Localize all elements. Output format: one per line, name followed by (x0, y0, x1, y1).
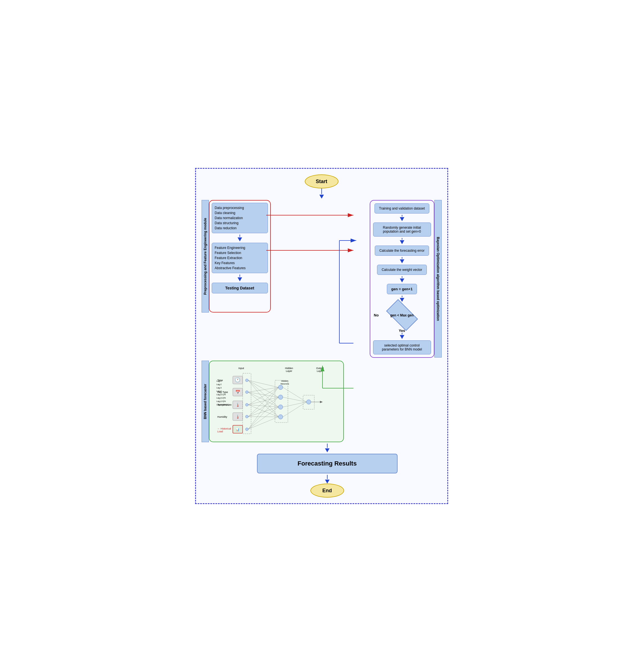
svg-marker-77 (320, 401, 323, 403)
bayesian-boxes: Training and validation dataset Randomly… (370, 200, 434, 358)
svg-text:Input: Input (238, 367, 244, 370)
bnn-section: BNN based forecaster Input Hidden Layer … (202, 361, 442, 442)
svg-text:Load: Load (217, 430, 223, 433)
svg-line-60 (248, 387, 278, 405)
svg-text:← Historical: ← Historical (217, 427, 231, 430)
bayesian-label: Bayesian Optimization algorithm based op… (434, 200, 442, 358)
svg-text:Lag-2: Lag-2 (217, 383, 221, 386)
svg-text:Hidden: Hidden (285, 367, 293, 370)
start-section: Start (202, 175, 442, 199)
bayesian-section: Training and validation dataset Randomly… (370, 200, 442, 358)
svg-text:Lag-(t-2)%: Lag-(t-2)% (217, 397, 226, 399)
svg-line-61 (248, 397, 278, 405)
data-preprocessing-box: Data preprocessingData cleaningData norm… (212, 203, 268, 233)
end-section: End (213, 483, 442, 497)
svg-text:Lag-(t-3)%: Lag-(t-3)% (217, 400, 226, 403)
svg-point-49 (278, 405, 283, 409)
testing-dataset-box: Testing Dataset (212, 283, 268, 293)
svg-line-62 (248, 405, 278, 407)
svg-text:Hidden: Hidden (281, 380, 288, 382)
svg-point-44 (245, 403, 248, 406)
svg-text:🕐: 🕐 (235, 377, 240, 383)
arrow-results-to-end (213, 475, 442, 483)
start-node: Start (305, 175, 339, 189)
forecasting-error-box: Calculate the forecasting error (375, 245, 429, 256)
svg-text:Lag-4: Lag-4 (217, 390, 221, 392)
svg-text:Layer: Layer (317, 370, 323, 372)
preprocessing-label: Preprocessing and Feature Engineering mo… (202, 200, 209, 312)
svg-point-45 (245, 415, 248, 418)
svg-text:Layer: Layer (286, 370, 292, 372)
yes-label: Yes (399, 328, 405, 333)
svg-line-63 (248, 405, 278, 417)
svg-text:Lag-(t-1)%: Lag-(t-1)% (217, 394, 226, 396)
svg-line-70 (248, 407, 278, 429)
arrow-start-head (319, 195, 324, 199)
svg-text:🌡️: 🌡️ (235, 403, 240, 407)
main-diagram: Start Preprocessing and Feature Engineer… (195, 168, 448, 504)
bnn-label: BNN based forecaster (202, 361, 209, 442)
svg-line-65 (248, 397, 278, 417)
svg-line-56 (248, 387, 278, 392)
svg-line-66 (248, 407, 278, 417)
svg-point-43 (245, 391, 248, 394)
preprocessing-section: Preprocessing and Feature Engineering mo… (202, 200, 271, 312)
svg-point-42 (245, 379, 248, 382)
neural-network-svg: Input Hidden Layer Output Layer Time Day… (216, 365, 337, 438)
optimal-params-box: selected optimal control parameters for … (373, 340, 431, 355)
main-content: Preprocessing and Feature Engineering mo… (202, 200, 442, 358)
svg-line-55 (248, 380, 278, 417)
svg-line-52 (248, 380, 278, 387)
svg-point-48 (278, 395, 283, 399)
svg-text:📊: 📊 (235, 428, 240, 432)
gen-increment-box: gen = gen+1 (387, 284, 417, 294)
arrow-bnn-to-results (213, 444, 442, 452)
svg-point-51 (306, 400, 311, 404)
feature-engineering-box: Feature EngineeringFeature SelectionFeat… (212, 243, 268, 273)
bnn-network-box: Input Hidden Layer Output Layer Time Day… (209, 361, 344, 442)
arrow-between-boxes-1 (212, 235, 268, 241)
arrow-start-down (322, 189, 322, 194)
svg-text:Output: Output (316, 367, 324, 370)
no-label: No (374, 313, 379, 317)
svg-line-67 (248, 417, 278, 417)
svg-text:Lag-3: Lag-3 (217, 387, 221, 389)
svg-point-46 (245, 428, 248, 431)
end-node: End (311, 483, 344, 497)
initial-population-box: Randomly generate initial population and… (373, 223, 431, 237)
svg-line-58 (248, 392, 278, 407)
svg-point-50 (278, 415, 283, 419)
forecasting-results-section: Forecasting Results (213, 454, 442, 473)
training-dataset-box: Training and validation dataset (375, 203, 429, 214)
svg-text:Humidity: Humidity (217, 416, 228, 418)
diamond-text: gen < Max gen (383, 303, 422, 327)
arrow-between-boxes-2 (212, 275, 268, 281)
preprocessing-boxes: Data preprocessingData cleaningData norm… (209, 200, 271, 312)
svg-line-74 (283, 402, 306, 407)
diamond-container: gen < Max gen No Yes (383, 303, 422, 327)
svg-text:🌡️: 🌡️ (235, 414, 240, 419)
forecasting-results-box: Forecasting Results (257, 454, 398, 473)
svg-line-75 (283, 402, 306, 417)
svg-text:Lag-(t-4)%(t-1): Lag-(t-4)%(t-1) (217, 404, 229, 406)
weight-vector-box: Calculate the weight vector (377, 265, 426, 275)
svg-text:📅: 📅 (235, 390, 240, 395)
svg-line-72 (283, 387, 306, 402)
svg-point-47 (278, 385, 283, 389)
svg-line-73 (283, 397, 306, 402)
svg-text:Lag-1: Lag-1 (217, 380, 221, 382)
